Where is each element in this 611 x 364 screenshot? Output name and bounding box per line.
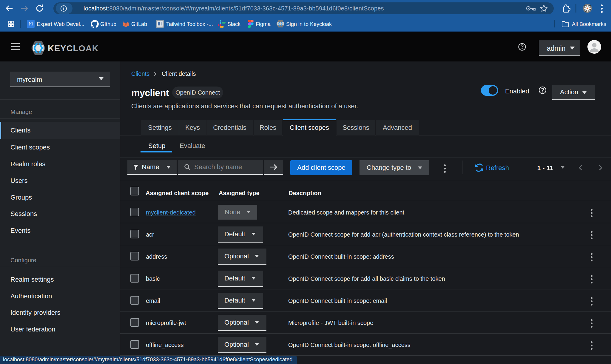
svg-text:KEYCLOAK: KEYCLOAK xyxy=(48,44,99,53)
